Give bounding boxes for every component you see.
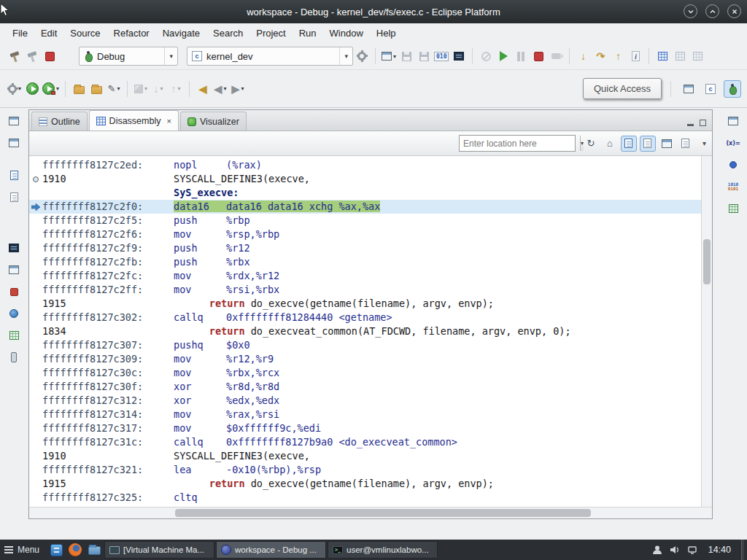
close-button[interactable]	[727, 4, 741, 18]
previous-annotation-button[interactable]: ↑▾	[167, 80, 185, 98]
registers-view-button[interactable]: 10100101	[724, 178, 742, 195]
code-line[interactable]: ffffffff8127c2f0:data16data16 data16 xch…	[29, 200, 701, 214]
code-line[interactable]: ffffffff8127c302:callq0xffffffff81284440…	[29, 311, 701, 324]
step-over-button[interactable]: ↷	[592, 47, 609, 65]
maximize-view-button[interactable]	[700, 120, 706, 126]
save-button[interactable]	[398, 47, 415, 65]
menu-navigate[interactable]: Navigate	[156, 25, 206, 42]
code-line[interactable]: ffffffff8127c2ed:nopl(%rax)	[29, 158, 701, 172]
code-line[interactable]: ffffffff8127c2f6:mov%rsp,%rbp	[29, 228, 701, 241]
code-line[interactable]: ffffffff8127c2ff:mov%rsi,%rbx	[29, 283, 701, 297]
pin-view-button[interactable]	[678, 136, 694, 152]
restore-views-button-right[interactable]	[724, 112, 742, 130]
variables-view-button[interactable]: (x)=	[724, 134, 742, 152]
open-console-button[interactable]	[450, 47, 468, 65]
console-view-button[interactable]	[5, 239, 23, 257]
sync-with-pc-toggle[interactable]	[640, 136, 656, 152]
save-all-button[interactable]	[415, 47, 433, 65]
firefox-launcher-button[interactable]	[66, 540, 85, 560]
vertical-scrollbar[interactable]	[701, 156, 712, 507]
code-line[interactable]: ffffffff8127c30f:xor%r8d,%r8d	[29, 380, 701, 394]
user-status-icon[interactable]	[651, 544, 663, 556]
code-line[interactable]: ffffffff8127c2f9:push%r12	[29, 241, 701, 255]
menu-run[interactable]: Run	[293, 25, 323, 42]
memory-monitor-button[interactable]	[671, 47, 689, 65]
menu-project[interactable]: Project	[249, 25, 292, 42]
view-menu-button[interactable]: ▾	[703, 139, 706, 147]
build-all-button[interactable]	[23, 47, 41, 65]
task-eclipse[interactable]: workspace - Debug ...	[216, 541, 326, 559]
task-terminal[interactable]: user@vmlinuxlabwo...	[328, 541, 438, 559]
code-line[interactable]: ffffffff8127c325:cltq	[29, 491, 701, 505]
menu-search[interactable]: Search	[206, 25, 249, 42]
menu-source[interactable]: Source	[63, 25, 107, 42]
breakpoints-view-button[interactable]	[724, 156, 742, 174]
code-line[interactable]: ffffffff8127c30c:mov%rbx,%rcx	[29, 366, 701, 380]
code-line[interactable]: ffffffff8127c2fb:push%rbx	[29, 255, 701, 269]
launch-settings-button[interactable]	[353, 47, 371, 65]
fast-view-button[interactable]	[5, 134, 23, 152]
memory-view-button[interactable]	[654, 47, 671, 65]
new-wizard-button[interactable]: ▾	[380, 47, 398, 65]
terminate-button[interactable]	[530, 47, 547, 65]
launch-config-combo[interactable]: c kernel_dev ▾	[187, 47, 353, 66]
home-button[interactable]: ⌂	[602, 136, 618, 152]
horizontal-scrollbar[interactable]	[29, 507, 712, 518]
problems-view-button[interactable]	[5, 283, 23, 300]
run-button[interactable]	[23, 80, 41, 98]
titlebar[interactable]: workspace - Debug - kernel_dev/fs/exec.c…	[0, 0, 747, 23]
skip-all-breakpoints-button[interactable]	[477, 47, 495, 65]
code-line[interactable]: ffffffff8127c309:mov%r12,%r9	[29, 352, 701, 366]
open-perspective-button[interactable]	[680, 80, 697, 98]
open-resource-button[interactable]	[88, 80, 105, 98]
code-line[interactable]: SyS_execve:	[29, 186, 701, 200]
code-line[interactable]: 1834 return do_execveat_common(AT_FDCWD,…	[29, 324, 701, 338]
suspend-button[interactable]	[512, 47, 530, 65]
cpp-perspective-button[interactable]: c	[702, 80, 719, 98]
scrollbar-thumb[interactable]	[703, 239, 711, 284]
debug-perspective-button[interactable]	[724, 80, 741, 98]
tab-disassembly[interactable]: Disassembly ×	[89, 110, 179, 131]
show-source-toggle[interactable]	[621, 136, 637, 152]
memory-browser-view-button[interactable]	[5, 327, 23, 344]
menu-help[interactable]: Help	[370, 25, 403, 42]
menu-edit[interactable]: Edit	[34, 25, 63, 42]
volume-icon[interactable]	[669, 544, 681, 556]
app-menu-button[interactable]: Menu	[0, 540, 47, 560]
close-tab-icon[interactable]: ×	[166, 117, 171, 125]
file-manager-launcher-button[interactable]	[85, 540, 104, 560]
refresh-view-button[interactable]: ↻	[583, 136, 599, 152]
code-line[interactable]: ffffffff8127c2f5:push%rbp	[29, 214, 701, 228]
last-edit-location-button[interactable]: ◀	[194, 80, 212, 98]
restore-views-button[interactable]	[5, 112, 23, 130]
code-line[interactable]: ffffffff8127c312:xor%edx,%edx	[29, 394, 701, 408]
annotate-button[interactable]: ✎▾	[105, 80, 123, 98]
code-line[interactable]: ffffffff8127c2fc:mov%rdx,%r12	[29, 269, 701, 283]
open-new-view-button[interactable]	[659, 136, 675, 152]
code-line[interactable]: 1915 return do_execve(getname(filename),…	[29, 477, 701, 491]
code-line[interactable]: ffffffff8127c307:pushq$0x0	[29, 338, 701, 352]
back-button[interactable]: ◀▾	[212, 80, 229, 98]
application-launcher-button[interactable]	[47, 540, 66, 560]
code-line[interactable]: ffffffff8127c314:mov%rax,%rsi	[29, 408, 701, 421]
toggle-mark-occurrences-button[interactable]: ▾	[132, 80, 150, 98]
disconnect-button[interactable]	[547, 47, 565, 65]
code-line[interactable]: 1910SYSCALL_DEFINE3(execve,	[29, 449, 701, 463]
location-input[interactable]	[460, 136, 580, 151]
terminal-view-button[interactable]	[5, 261, 23, 279]
menu-window[interactable]: Window	[323, 25, 370, 42]
memory-export-button[interactable]	[689, 47, 706, 65]
stop-build-button[interactable]	[41, 47, 58, 65]
minimize-button[interactable]	[684, 4, 697, 18]
network-icon[interactable]	[686, 544, 698, 556]
forward-button[interactable]: ▶▾	[229, 80, 247, 98]
debug-mode-combo[interactable]: Debug ▾	[79, 47, 178, 66]
tab-outline[interactable]: Outline	[31, 112, 88, 131]
show-desktop-button[interactable]	[741, 540, 744, 560]
code-line[interactable]: ffffffff8127c321:lea-0x10(%rbp),%rsp	[29, 463, 701, 477]
tab-visualizer[interactable]: Visualizer	[180, 112, 247, 131]
resume-button[interactable]	[495, 47, 512, 65]
code-line[interactable]: 1915 return do_execve(getname(filename),…	[29, 297, 701, 311]
menu-file[interactable]: File	[6, 25, 34, 42]
emulator-view-button[interactable]	[5, 349, 23, 366]
